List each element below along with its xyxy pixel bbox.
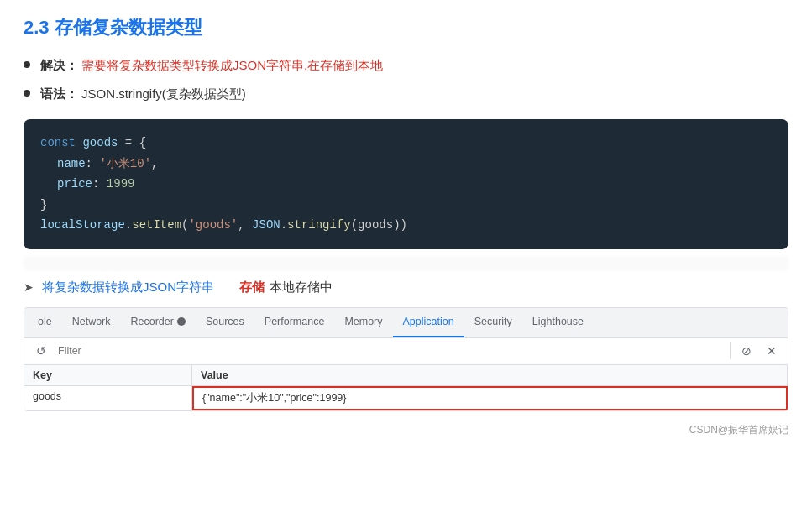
watermark: CSDN@振华首席娱记	[0, 420, 812, 441]
tab-lighthouse[interactable]: Lighthouse	[522, 308, 594, 338]
arrow-suffix: 本地存储中	[270, 280, 333, 295]
tab-sources[interactable]: Sources	[196, 308, 254, 338]
bullet-item-1: 解决：需要将复杂数据类型转换成JSON字符串,在存储到本地	[24, 55, 788, 76]
tab-security[interactable]: Security	[464, 308, 522, 338]
bullet-dot	[24, 61, 30, 68]
devtools-panel: ole Network Recorder Sources Performance…	[24, 307, 788, 411]
devtools-toolbar: ↺ ⊘ ✕	[24, 338, 788, 365]
bullet-list: 解决：需要将复杂数据类型转换成JSON字符串,在存储到本地 语法：JSON.st…	[24, 55, 788, 104]
arrow-icon: ➤	[24, 280, 34, 294]
tab-network[interactable]: Network	[62, 308, 121, 338]
arrow-prefix: 将复杂数据转换成JSON字符串	[42, 280, 214, 295]
tab-application[interactable]: Application	[393, 308, 464, 338]
col-header-value: Value	[192, 365, 788, 386]
code-reflection	[24, 256, 788, 271]
bullet-text-2: JSON.stringify(复杂数据类型)	[81, 86, 246, 101]
close-button[interactable]: ✕	[762, 342, 781, 360]
tab-memory[interactable]: Memory	[334, 308, 392, 338]
bullet-item-2: 语法：JSON.stringify(复杂数据类型)	[24, 84, 788, 104]
recorder-dot-icon	[177, 317, 186, 326]
arrow-line: ➤ 将复杂数据转换成JSON字符串 存储 本地存储中	[24, 280, 788, 295]
bullet-label-1: 解决：	[40, 58, 78, 72]
tab-performance[interactable]: Performance	[254, 308, 335, 338]
tab-recorder[interactable]: Recorder	[121, 308, 196, 338]
filter-separator	[730, 342, 731, 359]
code-line-2: name: '小米10',	[40, 154, 772, 175]
code-line-5: localStorage.setItem('goods', JSON.strin…	[40, 215, 772, 236]
code-block: const goods = { name: '小米10', price: 199…	[24, 119, 788, 249]
col-header-key: Key	[24, 365, 192, 386]
tab-elements[interactable]: ole	[28, 308, 62, 338]
table-row-key[interactable]: goods	[24, 386, 192, 410]
refresh-button[interactable]: ↺	[31, 341, 51, 361]
section-title: 2.3 存储复杂数据类型	[24, 15, 788, 40]
devtools-table: Key Value goods {"name":"小米10","price":1…	[24, 365, 788, 410]
code-line-1: const goods = {	[40, 133, 772, 154]
devtools-tabs: ole Network Recorder Sources Performance…	[24, 308, 788, 338]
table-row-value[interactable]: {"name":"小米10","price":1999}	[192, 386, 788, 410]
arrow-highlight: 存储	[239, 280, 265, 295]
code-line-3: price: 1999	[40, 174, 772, 195]
bullet-text-1: 需要将复杂数据类型转换成JSON字符串,在存储到本地	[81, 58, 383, 72]
code-line-4: }	[40, 195, 772, 216]
bullet-dot-2	[24, 90, 30, 97]
bullet-label-2: 语法：	[40, 86, 78, 101]
filter-input[interactable]	[58, 341, 723, 361]
no-symbol-button[interactable]: ⊘	[737, 342, 756, 360]
